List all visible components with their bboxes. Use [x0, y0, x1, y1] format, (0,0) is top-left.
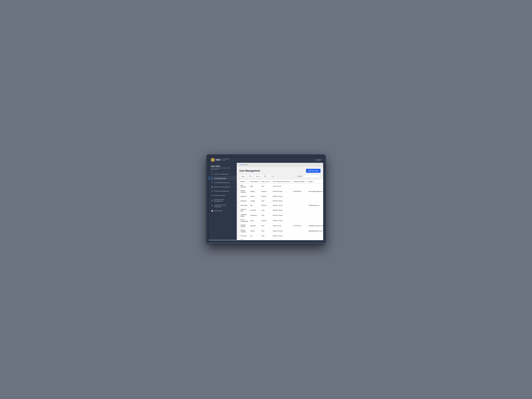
cell-email [308, 184, 323, 189]
sort-icon-name[interactable]: ⇅ [245, 181, 246, 182]
cell-email: ajithpkf@outlook.com [308, 228, 323, 234]
cell-contact [292, 213, 308, 218]
cell-name: sto stores [239, 234, 249, 238]
laptop-base [206, 243, 326, 244]
cell-email [308, 199, 323, 203]
cell-name: Sithara Jeewani [239, 228, 249, 234]
sidebar-item-system-config[interactable]: ⚙ System Configuration [209, 172, 237, 176]
copy-button[interactable]: Copy [239, 175, 246, 178]
cell-contact: 0703350014 [292, 238, 308, 240]
search-input[interactable] [303, 175, 321, 178]
supplier-icon: 🗒 [211, 205, 213, 207]
cell-group: Users Group [272, 184, 292, 189]
sort-icon-level[interactable]: ⇅ [270, 181, 271, 182]
table-row: harshani k&d harshani User Director Grou… [239, 208, 323, 213]
logout-button[interactable]: ↪ Logout [314, 159, 321, 161]
breadcrumb-home[interactable]: Home [239, 164, 243, 165]
chevron-down-icon-4: ∨ [234, 200, 235, 201]
bulk-imports-icon: 📋 [211, 210, 213, 212]
sidebar-item-bulk-imports[interactable]: 📋 Bulk Imports [209, 209, 237, 213]
cell-group: Director Group [272, 234, 292, 238]
sidebar-item-incoming-order[interactable]: ▤ Incoming Order Management ∨ [209, 197, 237, 203]
cell-level: User [260, 223, 272, 228]
table-body: ajith fernando ajith User Users Group Ed… [239, 184, 323, 240]
top-bar: 🦁 K&D Manufacturing Pvt Ltd ↪ Logout [209, 157, 323, 163]
cell-name: ajith fernando [239, 184, 249, 189]
users-table: Name ⇅ Username ⇅ User Level ⇅ User Perm… [239, 180, 323, 240]
cell-email: Sanjeeva@kanddsl.co [308, 238, 323, 240]
sidebar-label-warehouse: Warehouse Management [214, 186, 231, 188]
sidebar-item-business-partner[interactable]: ❋ Business Partner [209, 193, 237, 197]
cell-name: Anjana Hirantha [239, 189, 249, 194]
sidebar-item-warehouse-management[interactable]: ▦ Warehouse Management ∨ [209, 185, 237, 189]
cell-username: Anjana [249, 189, 260, 194]
company-name: Manufacturing Pvt Ltd [222, 158, 229, 161]
sidebar-item-user-management[interactable]: 👤 User Management [209, 176, 237, 180]
logo-area: 🦁 K&D Manufacturing Pvt Ltd [211, 158, 229, 162]
page-header: User Management Add New User [239, 169, 321, 173]
sidebar-label-business-partner: Business Partner [214, 195, 225, 196]
sidebar-label-products: Products Management [214, 190, 229, 192]
cell-name: Gini Sohal [239, 203, 249, 208]
print-button[interactable]: Print [269, 175, 276, 178]
col-level: User Level ⇅ [260, 180, 272, 184]
sort-icon-email[interactable]: ⇅ [313, 181, 314, 182]
cell-contact [292, 218, 308, 223]
cell-group: Director Group [272, 208, 292, 213]
logo-icon: 🦁 [211, 158, 215, 162]
sidebar-item-exchange-management[interactable]: $ Exchange Management ∨ [209, 180, 237, 185]
cell-level: Director [260, 203, 272, 208]
cell-group: Director Group [272, 189, 292, 194]
table-row: Ruvini Samanthika ruvini Director Direct… [239, 218, 323, 223]
table-header: Name ⇅ Username ⇅ User Level ⇅ User Perm… [239, 180, 323, 184]
cell-level: Director [260, 189, 272, 194]
col-email: Email ⇅ [308, 180, 323, 184]
cell-name: Eranga er [239, 199, 249, 203]
sidebar-item-supplier-purchase[interactable]: 🗒 Supplier Purchase Requisition ∨ [209, 203, 237, 209]
warehouse-icon: ▦ [211, 186, 213, 188]
logout-icon: ↪ [314, 159, 316, 161]
cell-name: Ruvini Samanthika [239, 218, 249, 223]
cell-email [308, 213, 323, 218]
cell-contact [292, 199, 308, 203]
col-group: User Permission Group ⇅ [272, 180, 292, 184]
table-row: Sithara Jeewani sithara User Director Gr… [239, 228, 323, 234]
col-username: Username ⇅ [249, 180, 260, 184]
table-row: Anjana Hirantha Anjana Director Director… [239, 189, 323, 194]
table-row: nadeesha kandd nadeesha User Director Gr… [239, 213, 323, 218]
content-area: User Management Add New User Copy CSV Ex… [237, 167, 323, 240]
user-management-icon: 👤 [211, 177, 213, 179]
table-row: T D Sanjeewa Sanjeewa Director Director … [239, 238, 323, 240]
breadcrumb: Home / User [237, 163, 323, 167]
cell-group: Director Group [272, 194, 292, 199]
laptop-foot [214, 244, 318, 245]
sort-icon-group[interactable]: ⇅ [290, 181, 291, 182]
sort-icon-username[interactable]: ⇅ [258, 181, 259, 182]
cell-email [308, 208, 323, 213]
cell-group: Director Group [272, 218, 292, 223]
cell-name: devika kd [239, 194, 249, 199]
sidebar-label-bulk-imports: Bulk Imports [214, 210, 222, 212]
sidebar-label-system-config: System Configuration [214, 173, 228, 175]
chevron-down-icon-5: ∨ [234, 205, 235, 207]
sidebar: super admin K & D Manufacturing Private … [209, 163, 237, 240]
cell-level: User [260, 208, 272, 213]
cell-username: gini [249, 203, 260, 208]
cell-username: devika [249, 194, 260, 199]
page-title: User Management [239, 170, 260, 172]
table-row: Eranga er eranga User Director Group Edi… [239, 199, 323, 203]
products-icon: ☰ [211, 190, 213, 192]
cell-contact [292, 194, 308, 199]
pdf-button[interactable]: PDF [262, 175, 269, 178]
add-new-user-button[interactable]: Add New User [306, 169, 321, 173]
cell-contact [292, 234, 308, 238]
cell-contact [292, 184, 308, 189]
user-role: Director Group [211, 169, 235, 170]
excel-button[interactable]: Excel [254, 175, 261, 178]
table-row: sto stores sto User Director Group Edit [239, 234, 323, 238]
csv-button[interactable]: CSV [247, 175, 254, 178]
cell-group: Director Group [272, 238, 292, 240]
sort-icon-contact[interactable]: ⇅ [305, 181, 306, 182]
cell-group: Users Group [272, 223, 292, 228]
sidebar-item-products-management[interactable]: ☰ Products Management ∨ [209, 189, 237, 193]
